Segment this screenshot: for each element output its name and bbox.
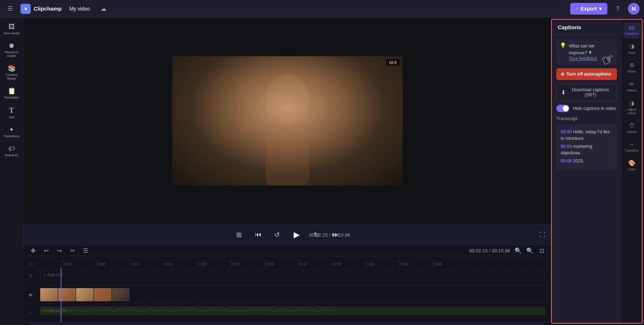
rs-item-captions[interactable]: CC Captions — [623, 23, 641, 38]
rs-item-speed[interactable]: ⏱ Speed — [623, 119, 641, 137]
audio-track-content[interactable]: + Add audio — [40, 306, 545, 320]
sidebar-item-your-media[interactable]: 🖼 Your media — [1, 20, 22, 38]
text-track-row: T + Add text — [23, 267, 551, 286]
audio-track-label-icon: ♪ — [29, 310, 40, 316]
app-name: Clipchamp — [34, 5, 62, 12]
rs-label-fade: Fade — [628, 51, 636, 54]
rs-item-fade[interactable]: ◑ Fade — [623, 40, 641, 57]
feedback-content: What can we improve? ▾ Give feedback — [569, 42, 613, 61]
video-thumb-1 — [40, 288, 58, 301]
rs-label-adjust-colors: Adjust colors — [625, 108, 639, 115]
rewind-button[interactable]: ↺ — [271, 228, 284, 241]
download-icon: ⬇ — [561, 89, 566, 96]
rs-item-adjust-colors[interactable]: ◑ Adjust colors — [623, 97, 641, 118]
video-track-content — [40, 288, 545, 301]
feedback-chevron-icon: ▾ — [589, 49, 592, 56]
rs-label-transition: Transition — [625, 149, 639, 152]
zoom-controls: 🔍 🔍 ⊡ — [513, 245, 547, 256]
app-logo: Clipchamp — [20, 4, 62, 14]
play-button[interactable]: ▶ — [290, 228, 304, 242]
ruler-mark-16: 0:16 — [164, 260, 197, 267]
hamburger-menu-button[interactable]: ☰ — [4, 3, 16, 15]
sidebar-item-content-library[interactable]: 📚 Content library — [1, 62, 22, 83]
sidebar-item-label-templates: Templates — [4, 96, 19, 99]
video-preview-area: 16:9 › — [23, 18, 551, 224]
undo-button[interactable]: ↩ — [41, 245, 51, 256]
transcript-text-2: 2025. — [573, 158, 584, 164]
sidebar-item-label-text: Text — [8, 115, 15, 119]
brand-kit-icon: 🏷 — [8, 145, 15, 152]
help-button[interactable]: ? — [612, 3, 624, 15]
add-audio-area[interactable]: + Add audio — [40, 306, 545, 315]
aspect-ratio-badge: 16:9 — [386, 59, 399, 66]
sidebar-item-label-record-create: Record & create — [3, 50, 20, 58]
transcript-time-1: 00:04 — [561, 144, 572, 149]
ruler-mark-36: 0:36 — [332, 260, 366, 267]
video-thumbnails[interactable] — [40, 288, 132, 301]
transcript-line-2[interactable]: 00:08 2025. — [561, 158, 613, 164]
center-area: 16:9 › ⊞ ⏮ ↺ ▶ ↻ ⏭ 00:02.15 / 00:10.86 ⛶… — [23, 18, 551, 325]
text-icon: T — [9, 107, 14, 114]
select-tool-button[interactable]: ✥ — [28, 245, 38, 256]
left-sidebar: 🖼 Your media ⏺ Record & create 📚 Content… — [0, 18, 23, 325]
video-track-label-icon: ▶ — [29, 292, 40, 297]
playback-controls: ⊞ ⏮ ↺ ▶ ↻ ⏭ 00:02.15 / 00:10.86 ⛶ — [23, 224, 551, 245]
ruler-mark-12: 0:12 — [130, 260, 164, 267]
rs-item-filters[interactable]: ⚙ Filters — [623, 59, 641, 76]
ruler-mark-8: 0:08 — [97, 260, 130, 267]
avatar[interactable]: M — [628, 3, 640, 15]
redo-button[interactable]: ↪ — [54, 245, 64, 256]
timeline-scrollbar[interactable] — [29, 322, 545, 325]
ruler-mark-32: 0:32 — [298, 260, 332, 267]
ruler-mark-24: 0:24 — [231, 260, 265, 267]
video-container[interactable]: 16:9 › — [172, 56, 403, 186]
hide-captions-toggle[interactable] — [556, 105, 569, 112]
add-button[interactable]: ☰ — [80, 245, 91, 256]
adjust-colors-rs-icon: ◑ — [629, 100, 634, 107]
text-track-content[interactable]: + Add text — [40, 270, 545, 283]
skip-to-start-button[interactable]: ⏮ — [252, 228, 265, 241]
hide-captions-label: Hide captions in video — [573, 106, 616, 111]
export-button[interactable]: ↑ Export ▾ — [570, 3, 607, 15]
sidebar-item-transitions[interactable]: ✦ Transitions — [1, 123, 22, 141]
video-thumb-2 — [58, 288, 76, 301]
svg-point-2 — [265, 74, 309, 126]
rs-item-color[interactable]: 🎨 Color — [623, 157, 641, 174]
sidebar-item-brand-kit[interactable]: 🏷 Brand kit — [1, 142, 22, 160]
timeline-area: ✥ ↩ ↪ ✂ ☰ 00:02.15 / 00:10.86 🔍 🔍 ⊡ 0 — [23, 245, 551, 325]
cut-button[interactable]: ✂ — [67, 245, 78, 256]
screen-layout-button[interactable]: ⊞ — [233, 228, 246, 241]
fullscreen-button[interactable]: ⛶ — [539, 232, 545, 238]
audio-track-row: ♪ + Add audio — [23, 304, 551, 322]
sidebar-item-templates[interactable]: 📋 Templates — [1, 85, 22, 102]
sidebar-item-record-create[interactable]: ⏺ Record & create — [1, 39, 22, 61]
download-captions-label: Download captions (SRT) — [569, 87, 612, 98]
add-text-area[interactable]: + Add text — [40, 270, 545, 280]
transcript-line-0[interactable]: 00:00 Hello, today I'd like to introduce — [561, 129, 613, 142]
zoom-out-button[interactable]: 🔍 — [513, 245, 523, 256]
video-title[interactable]: My video — [66, 4, 93, 14]
rs-item-effects[interactable]: ✏ Effects — [623, 78, 641, 95]
turn-off-autocaptions-button[interactable]: ⊖ Turn off autocaptions — [556, 68, 617, 80]
timeline-toolbar: ✥ ↩ ↪ ✂ ☰ 00:02.15 / 00:10.86 🔍 🔍 ⊡ — [23, 245, 551, 256]
your-media-icon: 🖼 — [8, 23, 15, 30]
video-background — [172, 56, 403, 186]
highlighted-region: Captions 💡 What can we improve? ▾ Give f… — [551, 19, 643, 324]
sidebar-item-text[interactable]: T Text — [1, 104, 22, 122]
right-sidebar: CC Captions ◑ Fade ⚙ Filters ✏ Effects ◑… — [621, 20, 642, 323]
add-text-label: + Add text — [44, 272, 63, 278]
download-captions-button[interactable]: ⬇ Download captions (SRT) — [556, 84, 617, 101]
transcript-box: 00:00 Hello, today I'd like to introduce… — [556, 124, 617, 170]
captions-feedback-box[interactable]: 💡 What can we improve? ▾ Give feedback — [556, 39, 617, 65]
timeline-content: 0 0:04 0:08 0:12 0:16 0:20 0:24 0:28 0:3… — [23, 256, 551, 325]
transcript-line-1[interactable]: 00:04 marketing objectives — [561, 143, 613, 156]
captions-panel-header: Captions — [552, 20, 621, 35]
fade-rs-icon: ◑ — [629, 43, 634, 50]
fit-to-screen-button[interactable]: ⊡ — [536, 245, 547, 256]
zoom-in-button[interactable]: 🔍 — [525, 245, 535, 256]
feedback-link[interactable]: Give feedback — [569, 56, 613, 61]
cloud-icon-button[interactable]: ☁ — [98, 3, 109, 15]
sidebar-item-label-your-media: Your media — [3, 31, 20, 35]
sidebar-item-label-content-library: Content library — [3, 73, 20, 80]
rs-item-transition[interactable]: ↔ Transition — [623, 138, 641, 155]
